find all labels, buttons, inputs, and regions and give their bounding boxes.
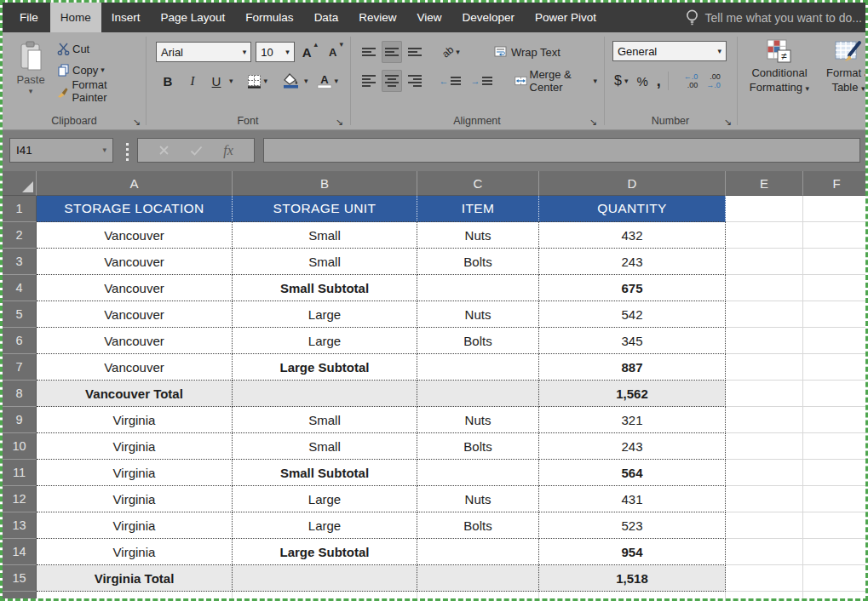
- cell-D11[interactable]: 564: [539, 460, 726, 486]
- row-header-1[interactable]: 1: [3, 196, 37, 222]
- paste-button[interactable]: Paste ▾: [11, 41, 50, 95]
- tab-insert[interactable]: Insert: [101, 3, 151, 32]
- cell-A1[interactable]: STORAGE LOCATION: [37, 196, 233, 222]
- cell-B6[interactable]: Large: [233, 328, 417, 354]
- copy-dropdown-icon[interactable]: ▾: [101, 66, 105, 74]
- comma-style-button[interactable]: ,: [653, 70, 664, 92]
- cell-A10[interactable]: Virginia: [37, 433, 233, 460]
- row-header-3[interactable]: 3: [3, 249, 37, 275]
- underline-dropdown-icon[interactable]: ▾: [229, 77, 233, 85]
- cell-E7[interactable]: [726, 354, 803, 381]
- cell-F14[interactable]: [803, 539, 865, 565]
- cell-F11[interactable]: [803, 460, 865, 486]
- cell-E16[interactable]: [726, 592, 803, 598]
- tell-me-box[interactable]: Tell me what you want to do...: [685, 3, 865, 32]
- cell-F9[interactable]: [803, 407, 865, 433]
- cell-C11[interactable]: [417, 460, 539, 486]
- row-header-9[interactable]: 9: [3, 407, 37, 433]
- cell-F6[interactable]: [803, 328, 865, 354]
- cell-C14[interactable]: [417, 539, 539, 565]
- paste-dropdown-icon[interactable]: ▾: [29, 88, 33, 95]
- align-right-button[interactable]: [405, 70, 425, 92]
- insert-function-icon[interactable]: fx: [223, 143, 233, 158]
- row-header-13[interactable]: 13: [3, 512, 37, 539]
- col-header-C[interactable]: C: [417, 171, 539, 196]
- cell-F8[interactable]: [803, 381, 865, 407]
- tab-power-pivot[interactable]: Power Pivot: [525, 3, 606, 32]
- cell-D13[interactable]: 523: [539, 512, 726, 539]
- cell-C4[interactable]: [417, 275, 539, 301]
- cell-F2[interactable]: [803, 222, 865, 249]
- cell-F10[interactable]: [803, 433, 865, 460]
- cell-D5[interactable]: 542: [539, 301, 726, 328]
- cell-D10[interactable]: 243: [539, 433, 726, 460]
- increase-decimal-button[interactable]: ←.0.00: [681, 70, 702, 92]
- cell-E10[interactable]: [726, 433, 803, 460]
- cell-C13[interactable]: Bolts: [417, 512, 539, 539]
- borders-button[interactable]: ▾: [244, 70, 272, 92]
- decrease-indent-button[interactable]: ←: [435, 70, 464, 92]
- tab-page-layout[interactable]: Page Layout: [151, 3, 236, 32]
- cell-B2[interactable]: Small: [233, 222, 417, 249]
- cell-A14[interactable]: Virginia: [37, 539, 233, 565]
- font-dialog-launcher-icon[interactable]: ↘: [336, 117, 343, 127]
- col-header-F[interactable]: F: [803, 171, 865, 196]
- cell-B7[interactable]: Large Subtotal: [233, 354, 417, 381]
- enter-check-icon[interactable]: [190, 146, 203, 156]
- bold-button[interactable]: B: [156, 70, 180, 92]
- format-as-table-button[interactable]: Format a Table ▾: [819, 39, 865, 94]
- cell-B3[interactable]: Small: [233, 249, 417, 275]
- tab-formulas[interactable]: Formulas: [235, 3, 303, 32]
- row-header-8[interactable]: 8: [3, 381, 37, 407]
- cell-A8[interactable]: Vancouver Total: [37, 381, 233, 407]
- cell-A7[interactable]: Vancouver: [37, 354, 233, 381]
- row-header-15[interactable]: 15: [3, 565, 37, 592]
- cell-D7[interactable]: 887: [539, 354, 726, 381]
- decrease-decimal-button[interactable]: .00→.0: [703, 70, 724, 92]
- tab-developer[interactable]: Developer: [451, 3, 525, 32]
- increase-indent-button[interactable]: →: [467, 70, 496, 92]
- cell-F1[interactable]: [803, 196, 865, 222]
- cell-E11[interactable]: [726, 460, 803, 486]
- row-header-7[interactable]: 7: [3, 354, 37, 381]
- cell-C15[interactable]: [417, 565, 539, 592]
- cell-F4[interactable]: [803, 275, 865, 301]
- cell-B4[interactable]: Small Subtotal: [233, 275, 417, 301]
- number-dialog-launcher-icon[interactable]: ↘: [724, 117, 732, 127]
- merge-center-button[interactable]: Merge & Center ▾: [511, 70, 601, 92]
- formula-input[interactable]: [263, 138, 860, 163]
- align-center-button[interactable]: [382, 70, 402, 92]
- cell-F15[interactable]: [803, 565, 865, 592]
- grow-font-button[interactable]: A▴: [299, 41, 321, 63]
- orientation-button[interactable]: ab ▾: [439, 41, 463, 63]
- shrink-font-button[interactable]: A▾: [325, 41, 347, 63]
- cell-B13[interactable]: Large: [233, 512, 417, 539]
- row-header-4[interactable]: 4: [3, 275, 37, 301]
- cell-C7[interactable]: [417, 354, 539, 381]
- cell-A2[interactable]: Vancouver: [37, 222, 233, 249]
- format-painter-button[interactable]: Format Painter: [54, 83, 146, 99]
- cell-F16[interactable]: [803, 592, 865, 598]
- cell-D12[interactable]: 431: [539, 486, 726, 512]
- col-header-D[interactable]: D: [539, 171, 726, 196]
- cell-C16[interactable]: [417, 592, 539, 598]
- cell-E3[interactable]: [726, 249, 803, 275]
- tab-view[interactable]: View: [406, 3, 451, 32]
- tab-review[interactable]: Review: [348, 3, 406, 32]
- align-left-button[interactable]: [359, 70, 379, 92]
- cell-B9[interactable]: Small: [233, 407, 417, 433]
- cell-D1[interactable]: QUANTITY: [539, 196, 726, 222]
- tab-file[interactable]: File: [3, 3, 50, 32]
- cell-B15[interactable]: [233, 565, 417, 592]
- col-header-A[interactable]: A: [37, 171, 233, 196]
- cell-A5[interactable]: Vancouver: [37, 301, 233, 328]
- font-name-select[interactable]: Arial ▾: [156, 42, 251, 62]
- row-header-16[interactable]: 16: [3, 592, 37, 598]
- font-size-select[interactable]: 10 ▾: [256, 42, 294, 62]
- cell-D2[interactable]: 432: [539, 222, 726, 249]
- cell-C12[interactable]: Nuts: [417, 486, 539, 512]
- cell-C6[interactable]: Bolts: [417, 328, 539, 354]
- name-box-dropdown-icon[interactable]: ▾: [102, 146, 106, 154]
- cell-A15[interactable]: Virginia Total: [37, 565, 233, 592]
- cell-E4[interactable]: [726, 275, 803, 301]
